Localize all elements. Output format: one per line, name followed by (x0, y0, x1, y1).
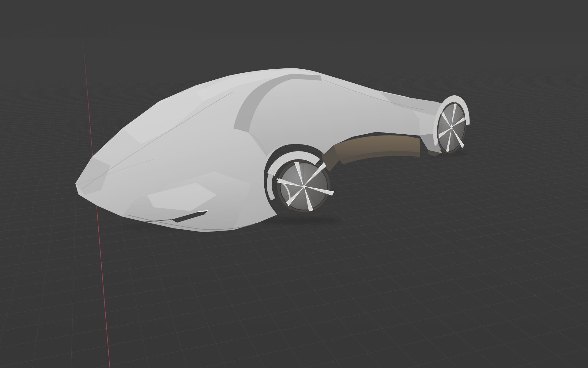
viewport-3d[interactable] (0, 0, 588, 368)
